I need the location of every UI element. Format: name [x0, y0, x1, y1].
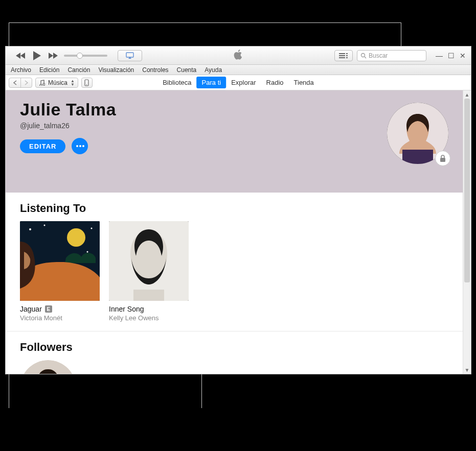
follower-avatar[interactable]	[20, 360, 76, 374]
toolbar: Música ▲▼ Biblioteca Para ti Explorar Ra…	[6, 75, 471, 90]
title-bar: Buscar — ☐ ✕	[6, 46, 471, 65]
album-artist: Victoria Monét	[20, 314, 100, 322]
svg-point-7	[361, 53, 365, 57]
avatar-container	[387, 103, 448, 164]
followers-section: Followers	[6, 331, 463, 374]
library-selector-label: Música	[48, 79, 67, 86]
nav-back-forward	[9, 78, 32, 88]
svg-rect-6	[346, 57, 348, 58]
album-card[interactable]: Inner Song Kelly Lee Owens	[109, 221, 189, 322]
search-icon	[360, 53, 367, 59]
menu-controls[interactable]: Controles	[138, 66, 172, 74]
svg-rect-5	[346, 55, 348, 56]
scrollbar-thumb[interactable]	[464, 99, 470, 282]
menu-view[interactable]: Visualización	[94, 66, 138, 74]
itunes-window: Buscar — ☐ ✕ Archivo Edición Canción Vis…	[5, 46, 471, 374]
callout-line	[9, 22, 401, 23]
up-next-button[interactable]	[334, 50, 353, 61]
svg-rect-2	[339, 55, 345, 56]
close-button[interactable]: ✕	[460, 52, 466, 59]
album-title: Inner Song	[109, 305, 144, 313]
svg-rect-24	[133, 290, 164, 301]
player-controls	[6, 50, 142, 61]
profile-header: Julie Talma @julie_talma26 EDITAR	[6, 90, 463, 193]
svg-rect-0	[126, 53, 133, 57]
tab-browse[interactable]: Explorar	[226, 77, 261, 88]
search-input[interactable]: Buscar	[357, 50, 426, 61]
menu-file[interactable]: Archivo	[7, 66, 35, 74]
window-buttons: — ☐ ✕	[436, 52, 466, 59]
previous-track-button[interactable]	[16, 52, 26, 59]
album-cover	[109, 221, 189, 301]
svg-rect-4	[346, 53, 348, 54]
album-artist: Kelly Lee Owens	[109, 314, 189, 322]
listening-to-heading: Listening To	[20, 202, 448, 215]
menu-help[interactable]: Ayuda	[200, 66, 226, 74]
profile-handle: @julie_talma26	[20, 122, 448, 130]
album-title: Jaguar	[20, 305, 42, 313]
device-icon	[84, 79, 89, 86]
svg-point-11	[76, 145, 78, 147]
svg-point-22	[87, 251, 88, 253]
svg-point-20	[44, 225, 46, 226]
menu-edit[interactable]: Edición	[35, 66, 63, 74]
ellipsis-icon	[76, 145, 85, 148]
content-area: ▲ ▼ Julie Talma @julie_talma26 EDITAR	[6, 90, 471, 374]
explicit-badge: E	[45, 305, 52, 313]
apple-logo-icon	[233, 49, 243, 62]
scroll-up-icon[interactable]: ▲	[465, 90, 470, 99]
menu-song[interactable]: Canción	[63, 66, 94, 74]
scroll-down-icon[interactable]: ▼	[465, 366, 470, 374]
privacy-lock-badge[interactable]	[435, 151, 450, 166]
maximize-button[interactable]: ☐	[448, 52, 455, 59]
edit-profile-button[interactable]: EDITAR	[20, 139, 65, 153]
svg-rect-16	[440, 158, 445, 162]
music-note-icon	[39, 80, 45, 86]
search-placeholder: Buscar	[369, 52, 388, 59]
album-cover	[20, 221, 100, 301]
svg-line-8	[365, 57, 366, 58]
svg-rect-3	[339, 57, 345, 58]
tab-bar: Biblioteca Para ti Explorar Radio Tienda	[157, 77, 319, 88]
svg-point-21	[91, 228, 93, 229]
svg-point-19	[29, 228, 31, 230]
vertical-scrollbar[interactable]: ▲ ▼	[463, 90, 471, 374]
svg-point-12	[79, 145, 81, 147]
airplay-button[interactable]	[118, 50, 142, 61]
more-options-button[interactable]	[72, 138, 88, 154]
tab-library[interactable]: Biblioteca	[157, 77, 196, 88]
svg-point-18	[67, 228, 85, 247]
svg-rect-1	[339, 53, 345, 54]
svg-point-13	[82, 145, 84, 147]
chevron-updown-icon: ▲▼	[71, 79, 75, 86]
profile-name: Julie Talma	[20, 100, 448, 120]
lock-icon	[439, 154, 446, 162]
next-track-button[interactable]	[48, 52, 58, 59]
svg-point-10	[86, 84, 87, 85]
volume-slider[interactable]	[64, 55, 107, 57]
device-button[interactable]	[81, 78, 93, 88]
library-selector[interactable]: Música ▲▼	[35, 78, 78, 88]
tab-store[interactable]: Tienda	[289, 77, 319, 88]
tab-for-you[interactable]: Para ti	[197, 77, 226, 88]
titlebar-right-controls: Buscar — ☐ ✕	[334, 50, 469, 61]
volume-thumb[interactable]	[77, 53, 83, 59]
listening-to-section: Listening To	[6, 193, 463, 331]
menu-account[interactable]: Cuenta	[173, 66, 201, 74]
minimize-button[interactable]: —	[436, 52, 443, 59]
scrollbar-track[interactable]	[463, 99, 471, 366]
followers-heading: Followers	[20, 341, 448, 354]
nav-forward-button[interactable]	[20, 78, 32, 87]
svg-rect-15	[402, 150, 433, 164]
play-button[interactable]	[32, 51, 41, 61]
menu-bar: Archivo Edición Canción Visualización Co…	[6, 65, 471, 75]
album-card[interactable]: Jaguar E Victoria Monét	[20, 221, 100, 322]
tab-radio[interactable]: Radio	[261, 77, 289, 88]
nav-back-button[interactable]	[9, 78, 20, 87]
